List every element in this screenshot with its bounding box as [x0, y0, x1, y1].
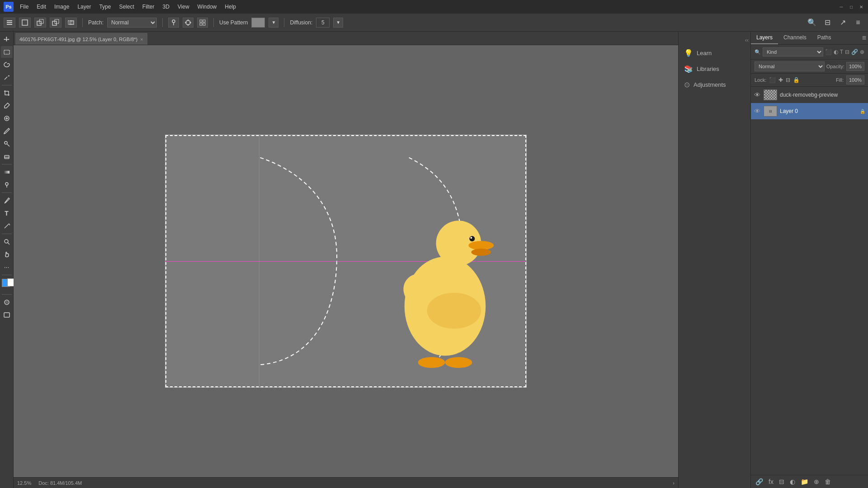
workspaces-icon[interactable]: ⊟ — [821, 16, 834, 29]
adjustment-filter-icon[interactable]: ◐ — [834, 49, 838, 55]
canvas-scroll[interactable] — [14, 45, 678, 477]
layers-bottom-toolbar: 🔗 fx ⊟ ◐ 📁 ⊕ 🗑 — [751, 475, 868, 488]
patch-mode-select[interactable]: Normal Content-Aware — [107, 18, 157, 28]
search-icon[interactable]: 🔍 — [806, 16, 818, 29]
menu-help[interactable]: Help — [221, 2, 240, 11]
shape-filter-icon[interactable]: ⊟ — [845, 49, 849, 55]
divider-2 — [162, 18, 163, 27]
menu-view[interactable]: View — [174, 2, 193, 11]
pen-tool[interactable] — [1, 195, 13, 206]
lock-pixels-icon[interactable]: ⬛ — [769, 77, 776, 83]
delete-layer-btn[interactable]: 🗑 — [823, 477, 833, 486]
gradient-tool[interactable] — [1, 166, 13, 178]
tab-paths[interactable]: Paths — [812, 32, 837, 44]
eraser-tool[interactable] — [1, 150, 13, 162]
path-selection-tool[interactable] — [1, 220, 13, 232]
new-adjustment-btn[interactable]: ◐ — [788, 477, 797, 486]
pattern-dropdown-btn[interactable]: ▼ — [269, 18, 278, 28]
new-selection-btn[interactable] — [19, 18, 31, 28]
diffusion-arrow[interactable]: ▼ — [333, 18, 343, 28]
menu-window[interactable]: Window — [194, 2, 221, 11]
menu-3d[interactable]: 3D — [159, 2, 173, 11]
brush-tool[interactable] — [1, 125, 13, 137]
more-tools[interactable]: ··· — [1, 261, 13, 273]
new-layer-btn[interactable]: ⊕ — [812, 477, 821, 486]
tab-channels[interactable]: Channels — [778, 32, 812, 44]
tab-layers[interactable]: Layers — [751, 32, 778, 44]
quick-mask-mode[interactable] — [1, 296, 13, 308]
pixel-filter-icon[interactable]: ⬛ — [825, 49, 832, 55]
more-options-icon[interactable]: ≡ — [852, 16, 864, 29]
layer-visibility-1[interactable]: 👁 — [754, 91, 761, 99]
magic-wand-tool[interactable] — [1, 71, 13, 83]
new-group-btn[interactable]: 📁 — [799, 477, 810, 486]
lock-artboards-icon[interactable]: ⊟ — [786, 77, 790, 83]
lock-all-icon[interactable]: 🔒 — [793, 77, 800, 83]
grid-btn[interactable] — [197, 18, 208, 28]
menu-type[interactable]: Type — [95, 2, 114, 11]
share-icon[interactable]: ↗ — [836, 16, 849, 29]
layer-visibility-2[interactable]: 👁 — [754, 108, 761, 115]
kind-filter-select[interactable]: Kind Name Effect Mode — [763, 47, 823, 56]
lock-position-icon[interactable]: ✚ — [778, 77, 783, 83]
tab-close-btn[interactable]: × — [140, 37, 143, 42]
minimize-button[interactable]: ─ — [838, 4, 844, 10]
diffusion-input[interactable] — [316, 18, 330, 28]
menu-filter[interactable]: Filter — [139, 2, 158, 11]
menu-image[interactable]: Image — [51, 2, 73, 11]
opacity-input[interactable] — [846, 62, 864, 71]
add-selection-btn[interactable] — [34, 18, 46, 28]
menu-file[interactable]: File — [16, 2, 32, 11]
fill-input[interactable] — [846, 75, 864, 84]
lock-row: Lock: ⬛ ✚ ⊟ 🔒 Fill: — [751, 74, 868, 87]
add-mask-btn[interactable]: ⊟ — [777, 477, 786, 486]
document-tab[interactable]: 460176-PFK6GT-491.jpg @ 12.5% (Layer 0, … — [15, 33, 147, 45]
status-arrow[interactable]: › — [673, 480, 675, 486]
layer-item-layer0[interactable]: 👁 ⊟ Layer 0 🔒 — [751, 103, 868, 119]
target-btn[interactable] — [183, 18, 193, 28]
svg-point-31 — [5, 183, 8, 185]
move-tool[interactable] — [1, 33, 13, 45]
toolbar-divider-2 — [2, 164, 12, 164]
type-tool[interactable]: T — [1, 207, 13, 219]
type-filter-icon[interactable]: T — [840, 49, 843, 55]
menu-select[interactable]: Select — [115, 2, 137, 11]
maximize-button[interactable]: □ — [848, 4, 854, 10]
blend-mode-select[interactable]: Normal Multiply Screen Overlay — [755, 61, 825, 71]
learn-panel-item[interactable]: 💡 Learn — [679, 45, 750, 61]
adjustments-panel-item[interactable]: ⊙ Adjustments — [679, 77, 750, 93]
crop-tool[interactable] — [1, 87, 13, 99]
menu-layer[interactable]: Layer — [74, 2, 94, 11]
svg-rect-0 — [7, 20, 12, 21]
middle-panel-collapse[interactable]: ‹‹ — [745, 37, 749, 43]
adjustments-icon: ⊙ — [684, 80, 690, 89]
clone-stamp-tool[interactable] — [1, 138, 13, 150]
zoom-tool[interactable] — [1, 236, 13, 248]
eyedropper-tool[interactable] — [1, 100, 13, 112]
layer-item-duck-preview[interactable]: 👁 duck-removebg-preview — [751, 87, 868, 103]
fx-btn[interactable]: fx — [767, 477, 775, 486]
healing-brush-tool[interactable] — [1, 113, 13, 124]
pin-btn[interactable] — [168, 18, 179, 28]
pattern-swatch[interactable] — [251, 18, 265, 28]
subtract-selection-btn[interactable] — [50, 18, 61, 28]
screen-mode[interactable] — [1, 309, 13, 321]
lasso-tool[interactable] — [1, 59, 13, 70]
link-layers-btn[interactable]: 🔗 — [754, 477, 765, 486]
intersect-selection-btn[interactable] — [65, 18, 77, 28]
selection-top-border — [165, 135, 526, 136]
libraries-panel-item[interactable]: 📚 Libraries — [679, 61, 750, 77]
close-button[interactable]: ✕ — [858, 4, 864, 10]
dodge-tool[interactable] — [1, 179, 13, 191]
filter-toggle[interactable]: ⊕ — [860, 49, 864, 55]
layers-menu-btn[interactable]: ≡ — [862, 32, 868, 44]
main-layout: T ··· 460176-PFK6GT- — [0, 32, 868, 488]
svg-point-10 — [172, 20, 175, 23]
menu-edit[interactable]: Edit — [33, 2, 50, 11]
tab-title: 460176-PFK6GT-491.jpg @ 12.5% (Layer 0, … — [19, 37, 137, 42]
smart-filter-icon[interactable]: 🔗 — [851, 49, 858, 55]
tool-options-icon[interactable] — [4, 18, 15, 28]
layer-thumbnail-1 — [764, 89, 777, 100]
hand-tool[interactable] — [1, 249, 13, 260]
rectangular-marquee-tool[interactable] — [1, 46, 13, 58]
